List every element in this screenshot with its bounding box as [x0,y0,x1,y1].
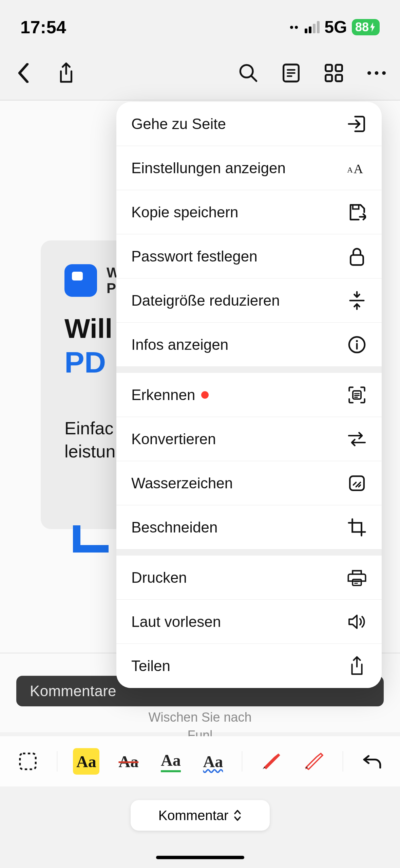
mode-selector[interactable]: Kommentar [131,800,270,831]
menu-save-copy[interactable]: Kopie speichern [116,190,382,234]
top-toolbar [0,51,400,95]
app-logo-icon [64,264,97,297]
corner-crop-mark-icon [73,525,109,553]
svg-text:A: A [354,162,363,176]
menu-label: Laut vorlesen [131,613,221,630]
eraser-tool[interactable] [301,748,327,775]
battery-percent: 88 [355,20,369,34]
svg-rect-15 [350,476,364,490]
undo-button[interactable] [359,748,385,775]
watermark-icon [347,473,367,493]
comment-banner-text: Kommentare [30,683,116,700]
signal-dots-icon [290,26,298,29]
network-label: 5G [324,17,347,37]
svg-point-8 [382,71,386,75]
share-icon [347,656,367,676]
menu-show-info[interactable]: Infos anzeigen [116,323,382,367]
ocr-icon [347,385,367,405]
speaker-icon [347,612,367,632]
share-button[interactable] [56,63,76,83]
chevron-updown-icon [233,809,242,821]
menu-separator [116,367,382,373]
menu-recognize[interactable]: Erkennen [116,373,382,417]
toolbar-separator [57,751,57,772]
status-bar: 17:54 5G 88 [0,0,400,44]
menu-label: Passwort festlegen [131,248,258,265]
toolbar-separator [242,751,242,772]
menu-label: Drucken [131,569,187,586]
menu-read-aloud[interactable]: Laut vorlesen [116,600,382,644]
more-menu-popup: Gehe zu Seite Einstellungen anzeigen AA … [116,102,382,688]
highlighter-pen-tool[interactable] [258,748,285,775]
menu-label: Wasserzeichen [131,475,233,492]
svg-point-6 [367,71,371,75]
squiggly-tool[interactable]: Aa [200,748,226,775]
menu-separator [116,549,382,556]
info-icon [347,335,367,355]
svg-point-13 [356,340,358,342]
thumbnails-button[interactable] [324,63,344,83]
menu-goto-page[interactable]: Gehe zu Seite [116,102,382,146]
menu-watermark[interactable]: Wasserzeichen [116,461,382,505]
svg-rect-3 [336,65,342,71]
select-area-tool[interactable] [15,748,41,775]
more-button[interactable] [367,63,386,83]
home-indicator [156,856,244,859]
mode-label: Kommentar [158,808,229,823]
new-badge-dot [201,391,209,399]
status-time: 17:54 [20,17,66,37]
convert-icon [347,429,367,449]
back-button[interactable] [14,63,33,83]
strikethrough-tool[interactable]: Aa [115,748,142,775]
svg-rect-16 [353,579,361,585]
search-button[interactable] [239,63,258,83]
annotation-toolbar: Aa Aa Aa Aa [0,736,400,786]
status-right: 5G 88 [290,17,380,37]
svg-rect-17 [20,754,36,769]
menu-label: Beschneiden [131,519,217,536]
menu-label: Infos anzeigen [131,336,228,353]
menu-label: Erkennen [131,386,195,403]
menu-set-password[interactable]: Passwort festlegen [116,234,382,278]
svg-rect-2 [326,65,332,71]
menu-share[interactable]: Teilen [116,644,382,688]
underline-tool[interactable]: Aa [157,748,184,775]
menu-convert[interactable]: Konvertieren [116,417,382,461]
menu-label: Kopie speichern [131,204,239,221]
outline-button[interactable] [281,63,301,83]
signal-bars-icon [305,21,320,33]
goto-icon [347,114,367,134]
svg-point-7 [375,71,379,75]
compress-icon [347,291,367,310]
menu-reduce-size[interactable]: Dateigröße reduzieren [116,278,382,323]
svg-rect-4 [326,75,332,81]
crop-icon [347,518,367,537]
svg-rect-5 [336,75,342,81]
menu-label: Gehe zu Seite [131,115,226,132]
menu-label: Teilen [131,657,170,674]
lock-icon [347,247,367,266]
svg-rect-11 [350,255,363,265]
menu-label: Konvertieren [131,431,216,448]
battery-badge: 88 [352,19,380,35]
menu-view-settings[interactable]: Einstellungen anzeigen AA [116,146,382,190]
print-icon [347,568,367,587]
menu-print[interactable]: Drucken [116,556,382,600]
save-icon [347,202,367,222]
highlight-tool[interactable]: Aa [73,748,99,775]
menu-crop[interactable]: Beschneiden [116,505,382,549]
menu-label: Dateigröße reduzieren [131,292,280,309]
textsize-icon: AA [347,158,367,178]
svg-text:A: A [347,165,353,174]
menu-label: Einstellungen anzeigen [131,160,286,177]
toolbar-separator [343,751,343,772]
